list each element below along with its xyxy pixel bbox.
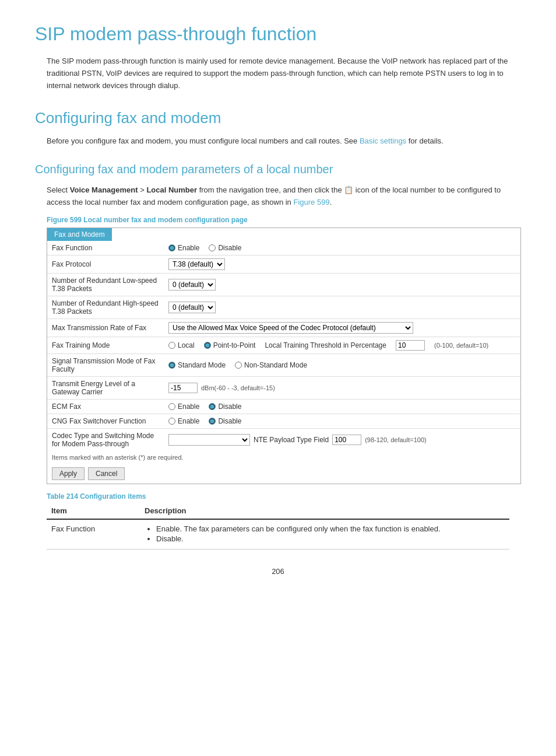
row-item: Fax Function (47, 519, 140, 550)
table-row: Max Transmission Rate of Fax Use the All… (47, 318, 520, 337)
energy-level-input[interactable] (168, 383, 198, 393)
table-row: Fax Function Enable. The fax parameters … (47, 519, 509, 550)
table-row: Fax Protocol T.38 (default) (47, 255, 520, 273)
col-item: Item (47, 503, 140, 519)
page-number: 206 (35, 567, 521, 576)
nte-input[interactable] (332, 435, 361, 445)
cng-disable[interactable]: Disable (209, 417, 241, 425)
figure-link[interactable]: Figure 599 (293, 198, 329, 206)
description-list: Enable. The fax parameters can be config… (156, 524, 505, 543)
row-label: Number of Redundant Low-speed T.38 Packe… (47, 273, 164, 296)
fax-function-disable[interactable]: Disable (209, 244, 241, 252)
row-label: Signal Transmission Mode of Fax Faculty (47, 354, 164, 376)
row-content: Local Point-to-Point Local Training Thre… (164, 337, 520, 354)
row-label: Fax Function (47, 241, 164, 256)
row-content: NTE Payload Type Field (98-120, default=… (164, 428, 520, 451)
signal-standard[interactable]: Standard Mode (168, 361, 226, 369)
row-label: Number of Redundant High-speed T.38 Pack… (47, 296, 164, 318)
nte-label: NTE Payload Type Field (254, 436, 329, 444)
local-desc: Select Voice Management > Local Number f… (35, 184, 521, 209)
fax-intro-prefix: Before you configure fax and modem, you … (47, 136, 360, 145)
fax-intro-suffix: for details. (406, 136, 444, 145)
row-content: Enable Disable (164, 241, 520, 256)
redundant-low-select[interactable]: 0 (default) (168, 279, 216, 290)
row-label: Max Transmission Rate of Fax (47, 318, 164, 337)
row-content: Enable Disable (164, 399, 520, 414)
fax-protocol-select[interactable]: T.38 (default) (168, 258, 225, 270)
page-title: SIP modem pass-through function (35, 23, 521, 45)
list-item: Disable. (156, 534, 505, 543)
max-transmission-select[interactable]: Use the Allowed Max Voice Speed of the C… (168, 322, 413, 334)
list-item: Enable. The fax parameters can be config… (156, 524, 505, 533)
fax-intro: Before you configure fax and modem, you … (35, 135, 521, 148)
row-content: Enable Disable (164, 414, 520, 428)
table-row: Codec Type and Switching Mode for Modem … (47, 428, 520, 451)
required-note: Items marked with an asterisk (*) are re… (47, 451, 520, 464)
training-local[interactable]: Local (168, 341, 195, 349)
row-content: dBm(-60 - -3, default=-15) (164, 376, 520, 399)
codec-select[interactable] (168, 434, 250, 446)
row-label: Codec Type and Switching Mode for Modem … (47, 428, 164, 451)
cancel-button[interactable]: Cancel (88, 467, 125, 480)
table-header-row: Item Description (47, 503, 509, 519)
config-panel: Fax and Modem Fax Function Enable Disabl… (47, 228, 521, 484)
table-row: Signal Transmission Mode of Fax Faculty … (47, 354, 520, 376)
row-label: ECM Fax (47, 399, 164, 414)
button-row: Apply Cancel (47, 464, 520, 484)
fax-function-enable[interactable]: Enable (168, 244, 199, 252)
row-label: CNG Fax Switchover Function (47, 414, 164, 428)
nte-hint: (98-120, default=100) (365, 436, 427, 443)
section-title-fax: Configuring fax and modem (35, 109, 521, 127)
row-content: Use the Allowed Max Voice Speed of the C… (164, 318, 520, 337)
table-row: CNG Fax Switchover Function Enable Disab… (47, 414, 520, 428)
table-row: Number of Redundant High-speed T.38 Pack… (47, 296, 520, 318)
row-label: Transmit Energy Level of a Gateway Carri… (47, 376, 164, 399)
training-threshold-label: Local Training Threshold in Percentage (265, 341, 386, 349)
panel-tab: Fax and Modem (47, 228, 112, 241)
row-label: Fax Training Mode (47, 337, 164, 354)
table-row: ECM Fax Enable Disable (47, 399, 520, 414)
redundant-high-select[interactable]: 0 (default) (168, 302, 216, 313)
table-row: Fax Training Mode Local Point-to-Point L… (47, 337, 520, 354)
data-table: Item Description Fax Function Enable. Th… (47, 503, 509, 550)
col-description: Description (140, 503, 509, 519)
intro-text: The SIP modem pass-through function is m… (35, 55, 521, 92)
apply-button[interactable]: Apply (52, 467, 85, 480)
table-caption: Table 214 Configuration items (35, 492, 521, 501)
table-row: Fax Function Enable Disable (47, 241, 520, 256)
row-content: 0 (default) (164, 273, 520, 296)
sub-title-local: Configuring fax and modem parameters of … (35, 163, 521, 176)
training-point[interactable]: Point-to-Point (204, 341, 256, 349)
row-content: 0 (default) (164, 296, 520, 318)
table-row: Transmit Energy Level of a Gateway Carri… (47, 376, 520, 399)
ecm-disable[interactable]: Disable (209, 402, 241, 411)
table-row: Number of Redundant Low-speed T.38 Packe… (47, 273, 520, 296)
energy-level-hint: dBm(-60 - -3, default=-15) (201, 384, 275, 391)
basic-settings-link[interactable]: Basic settings (360, 136, 406, 145)
ecm-enable[interactable]: Enable (168, 402, 199, 411)
cng-enable[interactable]: Enable (168, 417, 199, 425)
row-content: T.38 (default) (164, 255, 520, 273)
training-threshold-input[interactable] (396, 340, 425, 351)
row-description: Enable. The fax parameters can be config… (140, 519, 509, 550)
config-table: Fax Function Enable Disable Fax Protocol (47, 241, 520, 451)
row-content: Standard Mode Non-Standard Mode (164, 354, 520, 376)
training-threshold-hint: (0-100, default=10) (434, 342, 488, 349)
figure-caption: Figure 599 Local number fax and modem co… (35, 216, 521, 224)
signal-nonstandard[interactable]: Non-Standard Mode (235, 361, 307, 369)
row-label: Fax Protocol (47, 255, 164, 273)
